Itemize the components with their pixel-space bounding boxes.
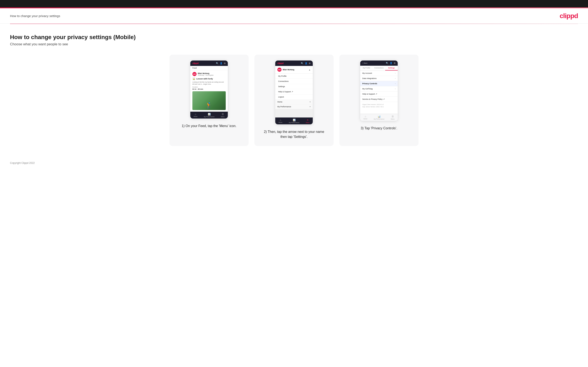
- home-nav-item-3: ⌂ Home: [363, 115, 367, 120]
- settings-privacycontrols[interactable]: Privacy Controls ›: [360, 81, 398, 86]
- phone1-logo: clippd: [192, 62, 199, 65]
- search-icon-2: 🔍: [301, 62, 303, 65]
- dataintegrations-chevron: ›: [395, 77, 396, 79]
- myaccount-chevron: ›: [395, 72, 396, 74]
- home-label-2: Home: [278, 122, 282, 123]
- feed-post: BM Blair McHarg Yesterday · Sunningdale …: [190, 70, 228, 112]
- chevron-up-icon: ▲: [309, 69, 311, 71]
- menu-label-2: Menu: [306, 122, 310, 123]
- breadcrumb: How to change your privacy settings: [10, 14, 60, 18]
- top-bar: [0, 0, 588, 8]
- settings-icon-3: ⚙: [394, 62, 396, 64]
- step-card-3: < Back 🔍 👤 ⚙ My Profile Connections Sett…: [339, 55, 418, 146]
- home-chevron-icon: ▾: [310, 101, 311, 103]
- serviceprivacy-label: Service & Privacy Policy ↗: [362, 98, 385, 100]
- phone-mockup-1: clippd 🔍 👤 ⚙ Feed BM Blair: [190, 60, 228, 118]
- performance-icon: 📊: [208, 113, 211, 116]
- settings-icon: ⚙: [224, 62, 226, 65]
- home-nav-item-2: ⌂ Home: [278, 119, 282, 123]
- home-icon-3: ⌂: [365, 115, 366, 118]
- performance-label-3: My Performance: [374, 118, 384, 120]
- home-label: Home: [193, 116, 197, 117]
- search-icon: 🔍: [216, 62, 218, 65]
- settings-myaccount[interactable]: My Account ›: [360, 71, 398, 76]
- step-card-2: clippd 🔍 👤 ⚙ BM Blair McHarg ▲: [254, 55, 334, 146]
- phone2-header: clippd 🔍 👤 ⚙: [275, 60, 313, 66]
- performance-label-2: My Performance: [289, 122, 299, 123]
- phone3-bottom-nav: ⌂ Home 📊 My Performance ☰ Menu: [360, 114, 398, 121]
- helpsupport-label: Help & Support ↗: [362, 93, 377, 95]
- performance-icon-3: 📊: [378, 115, 380, 118]
- performance-section-label: My Performance: [277, 106, 291, 108]
- profile-icon: 👤: [220, 62, 222, 65]
- phone2-logo: clippd: [277, 62, 283, 65]
- feed-tab: Feed: [190, 66, 228, 70]
- phone3-icons: 🔍 👤 ⚙: [386, 62, 396, 64]
- menu-item-logout[interactable]: Logout: [275, 94, 313, 100]
- menu-avatar: BM: [277, 67, 282, 72]
- menu-label: Menu: [221, 116, 225, 117]
- performance-nav-item-2: 📊 My Performance: [289, 119, 299, 123]
- mygolfbag-chevron: ›: [395, 88, 396, 90]
- menu-icon-3: ☰: [392, 115, 394, 118]
- step2-description: 2) Then, tap the arrow next to your name…: [260, 129, 328, 139]
- menu-item-myprofile[interactable]: My Profile: [275, 74, 313, 79]
- tab-connections[interactable]: Connections: [373, 66, 385, 70]
- post-author-row: BM Blair McHarg Yesterday · Sunningdale: [192, 72, 226, 76]
- duration-label: Duration: [192, 86, 226, 88]
- phone2-icons: 🔍 👤 ⚙: [301, 62, 311, 65]
- search-icon-3: 🔍: [386, 62, 388, 64]
- tab-myprofile[interactable]: My Profile: [360, 66, 373, 70]
- menu-icon: ☰: [222, 113, 224, 116]
- home-section-label: Home: [277, 101, 282, 103]
- menu-item-settings[interactable]: Settings: [275, 84, 313, 89]
- version-line1: Clippd Client Version: 2022.8.3-3: [362, 104, 396, 106]
- golfer-icon: 🏌️: [206, 102, 213, 109]
- menu-nav-item-3: ☰ Menu: [391, 115, 395, 120]
- home-nav-item: ⌂ Home: [193, 113, 197, 117]
- phone3-header: < Back 🔍 👤 ⚙: [360, 60, 398, 66]
- version-line2: GQL Server Version: 2022.7.30-1: [362, 106, 396, 108]
- step-card-1: clippd 🔍 👤 ⚙ Feed BM Blair: [170, 55, 249, 146]
- main-content: How to change your privacy settings (Mob…: [0, 24, 588, 154]
- menu-nav-item: ☰ Menu: [221, 113, 225, 117]
- steps-container: clippd 🔍 👤 ⚙ Feed BM Blair: [10, 55, 578, 146]
- page-subtitle: Choose what you want people to see: [10, 42, 578, 46]
- menu-section-performance[interactable]: My Performance ▾: [275, 104, 313, 109]
- menu-item-helpsupport[interactable]: Help & Support ↗: [275, 89, 313, 94]
- phone3-tabs: My Profile Connections Settings: [360, 66, 398, 71]
- logo: clippd: [560, 12, 578, 20]
- golf-image: 🏌️: [192, 91, 226, 110]
- duration-value: 01 hr : 30 min: [192, 88, 226, 90]
- settings-dataintegrations[interactable]: Data Integrations ›: [360, 76, 398, 81]
- tab-settings[interactable]: Settings: [385, 66, 398, 70]
- post-text: Looking to feel like my hands are exitin…: [192, 81, 226, 85]
- spacer-bottom: [360, 109, 398, 114]
- privacycontrols-chevron: ›: [395, 83, 396, 85]
- phone2-bottom-nav: ⌂ Home 📊 My Performance ✕ Menu: [275, 117, 313, 124]
- phone1-bottom-nav: ⌂ Home 📊 My Performance ☰ Menu: [190, 112, 228, 118]
- lesson-header: ⛳ Lesson with Fordy: [192, 77, 226, 80]
- settings-list: My Account › Data Integrations › Privacy…: [360, 71, 398, 102]
- back-button[interactable]: < Back: [362, 62, 367, 64]
- performance-icon-2: 📊: [293, 119, 296, 121]
- settings-serviceprivacy[interactable]: Service & Privacy Policy ↗: [360, 97, 398, 102]
- settings-helpsupport[interactable]: Help & Support ↗: [360, 92, 398, 97]
- version-info: Clippd Client Version: 2022.8.3-3 GQL Se…: [360, 102, 398, 109]
- menu-overlay: BM Blair McHarg ▲ My Profile Connections…: [275, 66, 313, 117]
- performance-nav-item-3: 📊 My Performance: [374, 115, 384, 120]
- performance-chevron-icon: ▾: [310, 106, 311, 108]
- menu-item-connections[interactable]: Connections: [275, 79, 313, 84]
- performance-label: My Performance: [204, 116, 215, 117]
- settings-mygolfbag[interactable]: My Golf Bag ›: [360, 86, 398, 92]
- menu-section-home[interactable]: Home ▾: [275, 100, 313, 104]
- page-title: How to change your privacy settings (Mob…: [10, 34, 578, 41]
- menu-user-info: BM Blair McHarg: [277, 67, 294, 72]
- menu-spacer: [275, 109, 313, 117]
- lesson-title: Lesson with Fordy: [196, 78, 213, 80]
- step3-description: 3) Tap 'Privacy Controls'.: [361, 126, 397, 131]
- author-name: Blair McHarg: [198, 72, 214, 75]
- phone1-icons: 🔍 👤 ⚙: [216, 62, 226, 65]
- copyright: Copyright Clippd 2022: [10, 162, 35, 165]
- phone-mockup-3: < Back 🔍 👤 ⚙ My Profile Connections Sett…: [360, 60, 398, 121]
